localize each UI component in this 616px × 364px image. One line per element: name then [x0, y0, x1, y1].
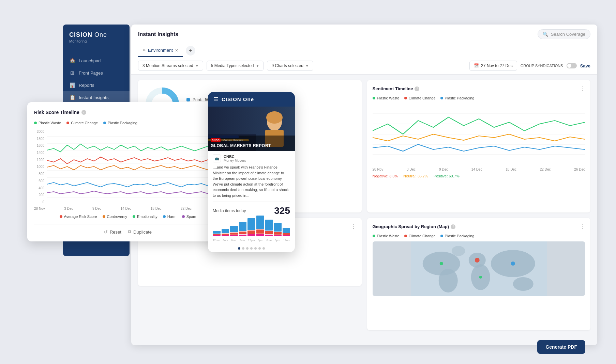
mention-streams-label: 3 Mention Streams selected	[142, 63, 193, 68]
svg-point-32	[266, 111, 283, 124]
sentiment-date-labels: 28 Nov 3 Dec 9 Dec 14 Dec 18 Dec 22 Dec …	[373, 168, 585, 171]
svg-point-17	[511, 262, 515, 266]
article-text: ....and we speak with France's Finance M…	[208, 164, 295, 202]
reset-icon: ↺	[104, 230, 108, 235]
svg-point-18	[479, 276, 482, 279]
more-options-icon2[interactable]: ⋮	[351, 223, 356, 230]
world-map	[373, 241, 585, 296]
time-labels: 12am 3am 6am 9am 12pm 3pm 6pm 9pm 12am	[208, 239, 295, 244]
sentiment-legend: Plastic Waste Climate Change Plastic Pac…	[373, 96, 585, 100]
print-label: Print:	[193, 97, 202, 102]
more-options-icon3[interactable]: ⋮	[580, 223, 585, 230]
chevron-down-icon: ▼	[195, 64, 199, 68]
legend-avg-risk: Average Risk Score	[60, 215, 97, 219]
legend-climate-change: Climate Change	[404, 96, 436, 100]
sidebar-item-launchpad[interactable]: 🏠 Launchpad	[63, 54, 130, 67]
search-coverage-input[interactable]: 🔍 Search Coverage	[538, 29, 590, 39]
dot-1	[238, 247, 240, 250]
mini-bar-chart	[208, 218, 295, 239]
mobile-source: 📺 CNBC Money Movers	[208, 151, 295, 164]
risk-info-icon: i	[81, 110, 86, 115]
sentiment-chart	[373, 104, 585, 165]
dot-7	[262, 247, 265, 250]
media-items-count: 325	[274, 205, 290, 216]
risk-legend-pp: Plastic Packaging	[103, 121, 137, 125]
risk-bottom-legend: Average Risk Score Controversy Emotional…	[34, 215, 222, 219]
charts-filter[interactable]: 9 Charts selected ▼	[267, 61, 313, 71]
tab-edit-icon: ✏	[143, 48, 146, 52]
chevron-down-icon: ▼	[256, 64, 259, 68]
geo-legend: Plastic Waste Climate Change Plastic Pac…	[373, 234, 585, 238]
sidebar-item-reports[interactable]: 📊 Reports	[63, 79, 130, 91]
risk-actions: ↺ Reset ⧉ Duplicate	[34, 224, 222, 235]
svg-point-9	[438, 269, 457, 292]
grid-icon: ⊞	[69, 70, 75, 76]
source-name: CNBC	[224, 155, 246, 159]
sidebar-label-insights: Instant Insights	[79, 95, 108, 100]
neutral-stat: Neutral: 35.7%	[403, 174, 428, 178]
home-icon: 🏠	[69, 58, 75, 63]
add-tab-button[interactable]: +	[186, 46, 195, 56]
risk-panel-title: Risk Score Timeline i	[34, 110, 86, 115]
tab-bar: ✏ Environment ✕ +	[131, 44, 597, 57]
news-overlay: CNBC Money Movers GLOBAL MARKETS REPORT	[208, 136, 295, 151]
tab-label: Environment	[148, 48, 173, 53]
reports-icon: 📊	[69, 82, 75, 88]
bar-3am	[222, 229, 229, 236]
bar-12am-end	[283, 228, 290, 236]
bar-12am	[213, 231, 221, 236]
dot-3	[246, 247, 249, 250]
group-syndications-toggle[interactable]	[567, 63, 577, 68]
svg-point-15	[439, 262, 443, 265]
mobile-card: ☰ CISION One CNBC Mone	[208, 92, 295, 252]
page-indicator	[208, 244, 295, 252]
positive-stat: Positive: 60.7%	[434, 174, 460, 178]
mobile-news-image: CNBC Money Movers GLOBAL MARKETS REPORT …	[208, 107, 295, 151]
media-types-filter[interactable]: 5 Media Types selected ▼	[207, 61, 264, 71]
sentiment-timeline-card: Sentiment Timeline i ⋮ Plastic Waste Cli…	[367, 80, 591, 212]
risk-chart	[47, 130, 222, 205]
hamburger-icon[interactable]: ☰	[213, 96, 218, 102]
insights-icon: 📋	[69, 95, 75, 100]
date-range-filter[interactable]: 📅 27 Nov to 27 Dec	[469, 61, 517, 71]
show-name: Money Movers	[223, 139, 243, 142]
bar-12pm	[247, 218, 255, 236]
bar-6pm	[265, 220, 273, 236]
negative-stat: Negative: 3.6%	[373, 174, 398, 178]
sidebar-label-launchpad: Launchpad	[79, 58, 101, 63]
search-icon: 🔍	[543, 32, 548, 37]
reset-button[interactable]: ↺ Reset	[104, 229, 121, 235]
duplicate-button[interactable]: ⧉ Duplicate	[128, 229, 152, 235]
info-icon: i	[415, 86, 419, 91]
legend-plastic-waste: Plastic Waste	[373, 96, 400, 100]
source-icon: 📺	[213, 154, 221, 162]
geo-legend-pp: Plastic Packaging	[440, 234, 475, 238]
bar-3pm	[256, 216, 264, 236]
generate-pdf-button[interactable]: Generate PDF	[537, 340, 585, 354]
tab-environment[interactable]: ✏ Environment ✕	[138, 44, 183, 57]
sidebar-item-frontpages[interactable]: ⊞ Front Pages	[63, 67, 130, 79]
geographic-spread-card: Geographic Spread by Region (Map) i ⋮ Pl…	[367, 218, 591, 330]
news-headline: GLOBAL MARKETS REPORT	[211, 143, 292, 148]
calendar-icon: 📅	[474, 63, 479, 68]
tab-close-icon[interactable]: ✕	[175, 48, 178, 53]
save-button[interactable]: Save	[580, 63, 590, 68]
svg-point-14	[451, 246, 465, 256]
bar-6am	[230, 226, 238, 236]
risk-panel-header: Risk Score Timeline i ⋮	[34, 109, 222, 115]
legend-plastic-packaging: Plastic Packaging	[440, 96, 475, 100]
main-header: Instant Insights 🔍 Search Coverage	[131, 25, 597, 44]
sentiment-header: Sentiment Timeline i ⋮	[373, 85, 585, 92]
risk-legend-pw: Plastic Waste	[34, 121, 61, 125]
app-subtitle: Monitoring	[69, 39, 123, 43]
sidebar-label-frontpages: Front Pages	[79, 70, 103, 76]
duplicate-icon: ⧉	[128, 229, 131, 235]
dot-5	[254, 247, 257, 250]
legend-harm: Harm	[163, 215, 177, 219]
sentiment-stats: Negative: 3.6% Neutral: 35.7% Positive: …	[373, 174, 585, 178]
more-options-icon[interactable]: ⋮	[580, 85, 585, 92]
geo-header: Geographic Spread by Region (Map) i ⋮	[373, 223, 585, 230]
sidebar-item-instant-insights[interactable]: 📋 Instant Insights	[63, 91, 130, 104]
mention-streams-filter[interactable]: 3 Mention Streams selected ▼	[138, 61, 203, 71]
chevron-down-icon: ▼	[305, 64, 309, 68]
